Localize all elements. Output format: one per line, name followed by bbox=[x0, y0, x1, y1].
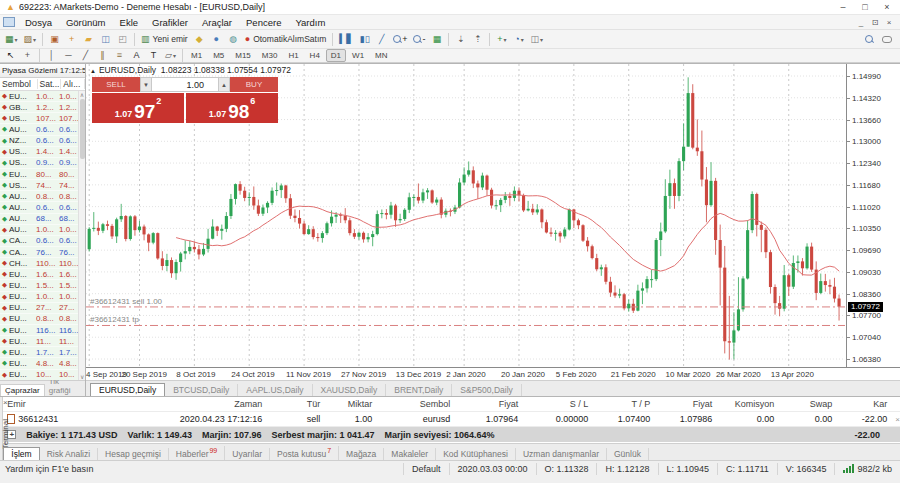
zoom-window-button[interactable]: ◰ bbox=[114, 32, 131, 47]
child-minimize-button[interactable]: _ bbox=[854, 18, 868, 27]
deposit-icon[interactable]: ◆ bbox=[191, 32, 208, 47]
minimize-button[interactable]: – bbox=[832, 2, 854, 12]
maximize-button[interactable]: □ bbox=[854, 2, 876, 12]
toolbox-tab-uyarılar[interactable]: Uyarılar bbox=[225, 448, 270, 460]
zoom-in-button[interactable]: + bbox=[390, 32, 410, 47]
orders-header-2[interactable]: Tür bbox=[266, 399, 324, 409]
orders-header-10[interactable]: Swap bbox=[778, 399, 836, 409]
order-row[interactable]: 366124312020.04.23 17:12:16sell1.00eurus… bbox=[3, 412, 900, 427]
toolbox-tab-risk-analizi[interactable]: Risk Analizi bbox=[40, 448, 98, 460]
fibonacci-button[interactable]: ≡ bbox=[111, 48, 128, 63]
chart-tab-aapl-us-daily[interactable]: AAPL.US,Daily bbox=[238, 384, 312, 396]
chart-shift-button[interactable]: ▣ bbox=[46, 32, 63, 47]
market-watch-row[interactable]: ◆CA...76...76... bbox=[0, 247, 85, 258]
label-button[interactable]: T bbox=[145, 48, 162, 63]
market-watch-row[interactable]: ◆AU...1.0...1.0... bbox=[0, 225, 85, 236]
market-watch-row[interactable]: ◆EU...80...80... bbox=[0, 169, 85, 180]
market-watch-row[interactable]: ◆AU...0.6...0.6... bbox=[0, 202, 85, 213]
search-icon[interactable] bbox=[865, 35, 874, 44]
market-watch-row[interactable]: ◆NZ...0.6...0.6... bbox=[0, 136, 85, 147]
market-watch-row[interactable]: ◆US...74...74... bbox=[0, 180, 85, 191]
timeframe-m15[interactable]: M15 bbox=[230, 49, 256, 62]
market-watch-tab-çaprazlar[interactable]: Çaprazlar bbox=[0, 384, 45, 396]
volume-decrease-button[interactable]: ▼ bbox=[140, 77, 152, 92]
status-profile[interactable]: Default bbox=[403, 463, 449, 475]
sell-price-button[interactable]: 1.07 97 2 bbox=[92, 93, 184, 123]
sell-button[interactable]: SELL bbox=[92, 77, 140, 92]
orders-header-11[interactable]: Kar bbox=[836, 399, 891, 409]
buy-price-button[interactable]: 1.07 98 6 bbox=[186, 93, 278, 123]
terminal-vertical-tab[interactable]: Terminal bbox=[1, 419, 10, 449]
timeframe-d1[interactable]: D1 bbox=[326, 49, 346, 62]
toolbox-tab-makaleler[interactable]: Makaleler bbox=[384, 448, 436, 460]
text-button[interactable]: A bbox=[128, 48, 145, 63]
vertical-line-button[interactable]: │ bbox=[43, 48, 60, 63]
timeframe-w1[interactable]: W1 bbox=[347, 49, 369, 62]
chart-tab-eurusd-daily[interactable]: EURUSD,Daily bbox=[90, 383, 165, 396]
tile-windows-button[interactable]: ▦ bbox=[428, 32, 445, 47]
orders-header-8[interactable]: Fiyat bbox=[654, 399, 716, 409]
market-watch-row[interactable]: ◆EU...116...116... bbox=[0, 325, 85, 336]
orders-header-9[interactable]: Komisyon bbox=[716, 399, 778, 409]
column-alis[interactable]: Alı... bbox=[61, 79, 85, 89]
templates-button[interactable]: ◫▾ bbox=[527, 32, 546, 47]
trade-line-label[interactable]: #36612431 sell 1.00 bbox=[90, 297, 163, 306]
menu-pencere[interactable]: Pencere bbox=[239, 17, 288, 28]
candle-chart-button[interactable]: ▮▯ bbox=[356, 32, 373, 47]
orders-header-1[interactable]: Zaman bbox=[71, 399, 266, 409]
indicators-button[interactable]: +▾ bbox=[493, 32, 510, 47]
market-watch-row[interactable]: ◆EU...10...10... bbox=[0, 370, 85, 380]
sort-asc-button[interactable]: ⇣ bbox=[452, 32, 469, 47]
profiles-button[interactable]: ▨▾ bbox=[21, 32, 40, 47]
menu-ekle[interactable]: Ekle bbox=[113, 17, 145, 28]
buy-button[interactable]: BUY bbox=[230, 77, 278, 92]
timeframe-m5[interactable]: M5 bbox=[208, 49, 229, 62]
chart-tab-btcusd-daily[interactable]: BTCUSD,Daily bbox=[165, 384, 238, 396]
menu-dosya[interactable]: Dosya bbox=[18, 17, 59, 28]
market-watch-row[interactable]: ◆CA...0.6...0.6... bbox=[0, 236, 85, 247]
trendline-button[interactable]: ╱ bbox=[77, 48, 94, 63]
new-order-button[interactable]: ▥Yeni emir bbox=[138, 32, 191, 47]
crosshair-button[interactable]: + bbox=[19, 48, 36, 63]
favorites-folder-button[interactable]: ▰ bbox=[80, 32, 97, 47]
algo-trading-button[interactable]: ●OtomatikAlımSatım bbox=[242, 32, 330, 47]
web-icon[interactable]: ◍ bbox=[225, 32, 242, 47]
auto-scroll-button[interactable]: + bbox=[63, 32, 80, 47]
shapes-button[interactable]: ▱▾ bbox=[162, 48, 179, 63]
orders-header-7[interactable]: T / P bbox=[592, 399, 654, 409]
market-watch-row[interactable]: ◆EU...1.7...1.7... bbox=[0, 347, 85, 358]
menu-araçlar[interactable]: Araçlar bbox=[195, 17, 239, 28]
close-button[interactable]: × bbox=[876, 2, 898, 12]
chart-tab-xauusd-daily[interactable]: XAUUSD,Daily bbox=[313, 384, 387, 396]
volume-input[interactable]: 1.00 bbox=[152, 77, 218, 92]
line-chart-button[interactable]: ╱ bbox=[373, 32, 390, 47]
orders-header-5[interactable]: Fiyat bbox=[454, 399, 522, 409]
toolbox-close-icon[interactable]: × bbox=[3, 398, 8, 407]
zoom-out-button[interactable]: - bbox=[410, 32, 428, 47]
date-axis[interactable]: 4 Sep 201920 Sep 20198 Oct 201924 Oct 20… bbox=[86, 367, 900, 380]
orders-header-6[interactable]: S / L bbox=[522, 399, 592, 409]
toolbox-tab-haberler[interactable]: Haberler99 bbox=[169, 446, 225, 460]
child-restore-button[interactable]: ⊡ bbox=[868, 18, 882, 27]
market-watch-row[interactable]: ◆EU...11...11... bbox=[0, 336, 85, 347]
chart-collapse-icon[interactable]: ▲ bbox=[90, 68, 96, 74]
menu-yardım[interactable]: Yardım bbox=[288, 17, 332, 28]
price-axis[interactable]: 1.149901.143201.136601.130001.123401.116… bbox=[846, 64, 900, 368]
full-screen-button[interactable]: ◫ bbox=[97, 32, 114, 47]
toolbox-tab-mağaza[interactable]: Mağaza bbox=[339, 448, 384, 460]
market-watch-row[interactable]: ◆AU...68...68... bbox=[0, 214, 85, 225]
market-watch-row[interactable]: ◆EU...4.8...4.8... bbox=[0, 358, 85, 369]
chat-icon[interactable] bbox=[882, 36, 892, 43]
column-sat[interactable]: Sat... bbox=[38, 79, 62, 89]
periods-button[interactable]: ◔▾ bbox=[510, 32, 527, 47]
new-chart-button[interactable]: ▦▾ bbox=[2, 32, 21, 47]
cursor-button[interactable]: ↖ bbox=[2, 48, 19, 63]
market-watch-row[interactable]: ◆US...1.4...1.4... bbox=[0, 147, 85, 158]
timeframe-h1[interactable]: H1 bbox=[283, 49, 303, 62]
orders-header-0[interactable]: Emir bbox=[3, 399, 71, 409]
market-watch-row[interactable]: ◆US...0.9...0.9... bbox=[0, 158, 85, 169]
menu-görünüm[interactable]: Görünüm bbox=[59, 17, 113, 28]
toolbox-tab-i-şlem[interactable]: İşlem bbox=[3, 447, 39, 460]
market-watch-row[interactable]: ◆US...107...107... bbox=[0, 113, 85, 124]
timeframe-mn[interactable]: MN bbox=[370, 49, 392, 62]
